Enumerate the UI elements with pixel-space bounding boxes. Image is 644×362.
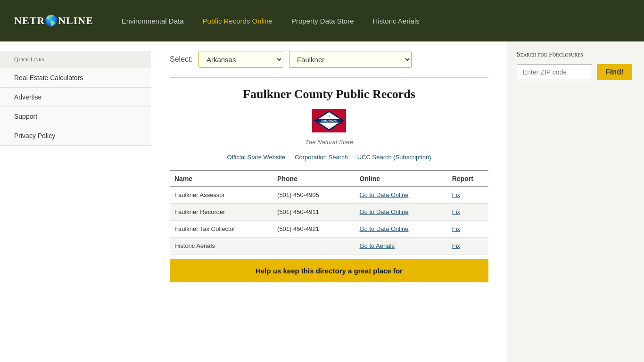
site-header: NETR🌎NLINE Environmental Data Public Rec… xyxy=(0,0,644,41)
online-link[interactable]: Go to Data Online xyxy=(360,225,409,232)
table-row: Historic AerialsGo to AerialsFix xyxy=(170,238,488,255)
left-sidebar: Quick Links Real Estate Calculators Adve… xyxy=(0,41,151,362)
state-flag-area: ARKANSAS ★ ★ ★ ★ xyxy=(170,109,488,134)
table-row: Faulkner Tax Collector(501) 450-4921Go t… xyxy=(170,221,488,238)
cell-name: Faulkner Recorder xyxy=(170,204,272,221)
report-link[interactable]: Fix xyxy=(452,191,460,198)
ucc-search-link[interactable]: UCC Search (Subscription) xyxy=(357,154,431,161)
cell-phone: (501) 450-4911 xyxy=(272,204,355,221)
report-link[interactable]: Fix xyxy=(452,208,460,215)
svg-text:★: ★ xyxy=(336,123,338,125)
main-content: Select: Arkansas Faulkner Faulkner Count… xyxy=(151,41,507,362)
nav-public-records[interactable]: Public Records Online xyxy=(203,17,272,25)
county-title: Faulkner County Public Records xyxy=(170,87,488,101)
svg-text:ARKANSAS: ARKANSAS xyxy=(321,119,337,122)
nav-environmental-data[interactable]: Environmental Data xyxy=(122,17,184,25)
state-links: Official State Website Corporation Searc… xyxy=(170,153,488,161)
select-row: Select: Arkansas Faulkner xyxy=(170,51,488,68)
zip-search-row: Find! xyxy=(517,64,635,80)
cell-name: Faulkner Assessor xyxy=(170,187,272,204)
main-container: Quick Links Real Estate Calculators Adve… xyxy=(0,41,644,362)
state-select[interactable]: Arkansas xyxy=(198,51,283,68)
sidebar-item-real-estate[interactable]: Real Estate Calculators xyxy=(0,68,151,88)
svg-text:★: ★ xyxy=(328,126,330,128)
right-sidebar: Search for Forclosures Find! xyxy=(507,41,644,362)
online-link[interactable]: Go to Data Online xyxy=(360,208,409,215)
report-link[interactable]: Fix xyxy=(452,242,460,249)
table-header-row: Name Phone Online Report xyxy=(170,171,488,187)
online-link[interactable]: Go to Aerials xyxy=(360,242,395,249)
county-content: Faulkner County Public Records ARKANSAS … xyxy=(170,77,488,282)
select-label: Select: xyxy=(170,55,193,64)
cell-online: Go to Data Online xyxy=(355,221,447,238)
foreclosure-heading: Search for Forclosures xyxy=(517,51,635,58)
cell-report: Fix xyxy=(447,204,488,221)
cell-phone: (501) 450-4905 xyxy=(272,187,355,204)
nav-historic-aerials[interactable]: Historic Aerials xyxy=(373,17,420,25)
state-flag: ARKANSAS ★ ★ ★ ★ xyxy=(312,109,346,132)
cell-phone xyxy=(272,238,355,255)
yellow-banner-text: Help us keep this directory a great plac… xyxy=(256,267,403,275)
cell-name: Historic Aerials xyxy=(170,238,272,255)
cell-online: Go to Data Online xyxy=(355,204,447,221)
nav-property-data[interactable]: Property Data Store xyxy=(291,17,354,25)
sidebar-item-support[interactable]: Support xyxy=(0,107,151,126)
state-nickname: The Natural State xyxy=(170,139,488,146)
records-tbody: Faulkner Assessor(501) 450-4905Go to Dat… xyxy=(170,187,488,255)
county-select[interactable]: Faulkner xyxy=(289,51,412,68)
sidebar-item-privacy[interactable]: Privacy Policy xyxy=(0,126,151,146)
cell-online: Go to Aerials xyxy=(355,238,447,255)
col-header-phone: Phone xyxy=(272,171,355,187)
report-link[interactable]: Fix xyxy=(452,225,460,232)
cell-report: Fix xyxy=(447,187,488,204)
cell-report: Fix xyxy=(447,238,488,255)
col-header-report: Report xyxy=(447,171,488,187)
cell-online: Go to Data Online xyxy=(355,187,447,204)
zip-input[interactable] xyxy=(517,64,592,80)
cell-name: Faulkner Tax Collector xyxy=(170,221,272,238)
main-nav: Environmental Data Public Records Online… xyxy=(122,17,420,25)
sidebar-item-advertise[interactable]: Advertise xyxy=(0,88,151,107)
official-state-website-link[interactable]: Official State Website xyxy=(227,154,285,161)
yellow-banner: Help us keep this directory a great plac… xyxy=(170,259,488,282)
table-row: Faulkner Assessor(501) 450-4905Go to Dat… xyxy=(170,187,488,204)
corporation-search-link[interactable]: Corporation Search xyxy=(295,154,348,161)
col-header-online: Online xyxy=(355,171,447,187)
cell-report: Fix xyxy=(447,221,488,238)
cell-phone: (501) 450-4921 xyxy=(272,221,355,238)
site-logo: NETR🌎NLINE xyxy=(14,15,93,27)
logo-globe: 🌎 xyxy=(45,15,58,26)
table-row: Faulkner Recorder(501) 450-4911Go to Dat… xyxy=(170,204,488,221)
records-table: Name Phone Online Report Faulkner Assess… xyxy=(170,170,488,255)
find-button[interactable]: Find! xyxy=(597,64,632,80)
quick-links-heading: Quick Links xyxy=(0,51,151,68)
online-link[interactable]: Go to Data Online xyxy=(360,191,409,198)
svg-text:★: ★ xyxy=(321,123,322,125)
col-header-name: Name xyxy=(170,171,272,187)
